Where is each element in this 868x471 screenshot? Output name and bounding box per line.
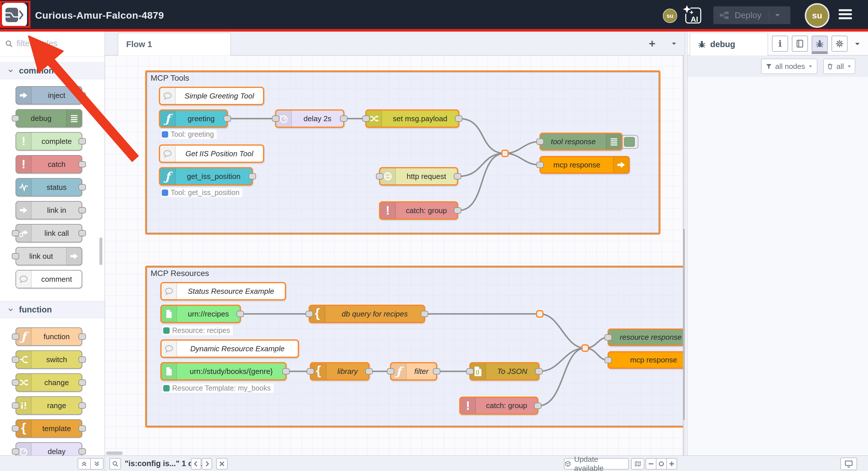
palette-node-status[interactable]: status	[16, 178, 82, 196]
zoom-out-button[interactable]	[646, 458, 656, 470]
node-http-request[interactable]: http request	[379, 167, 458, 186]
node-input-port[interactable]	[604, 334, 612, 341]
node-input-port[interactable]	[12, 253, 19, 259]
flow-canvas[interactable]: MCP Tools MCP Resources Simple Greeting …	[105, 56, 687, 456]
node-input-port[interactable]	[536, 138, 544, 145]
node-comment-status-resource[interactable]: Status Resource Example	[160, 282, 286, 300]
node-output-port[interactable]	[535, 368, 542, 374]
search-close-button[interactable]	[216, 458, 228, 470]
expand-categories-button[interactable]	[90, 458, 103, 470]
palette-search-input[interactable]	[16, 38, 105, 48]
node-input-port[interactable]	[362, 115, 370, 122]
sidebar-tab-debug-button[interactable]	[812, 36, 828, 52]
node-input-port[interactable]	[12, 448, 19, 455]
node-input-port[interactable]	[272, 115, 279, 122]
sidebar-tab-help-button[interactable]	[792, 36, 808, 52]
debug-clear-button[interactable]: all	[823, 59, 855, 74]
palette-node-function[interactable]: ƒ function	[16, 327, 82, 346]
canvas-horizontal-scrollbar-thumb[interactable]	[106, 451, 123, 455]
palette-node-template[interactable]: { template	[16, 419, 82, 438]
search-prev-button[interactable]	[191, 458, 201, 470]
node-output-port[interactable]	[421, 311, 428, 317]
flow-list-caret-button[interactable]	[668, 37, 680, 50]
node-output-port[interactable]	[79, 448, 86, 455]
node-input-port[interactable]	[387, 368, 394, 374]
node-comment-dynamic-resource[interactable]: Dynamic Resource Example	[160, 339, 299, 358]
palette-node-change[interactable]: change	[16, 373, 82, 392]
deploy-dropdown-caret-icon[interactable]	[774, 11, 781, 19]
sidebar-resize-handle[interactable]	[685, 30, 687, 471]
node-input-port[interactable]	[12, 230, 19, 236]
node-output-port[interactable]	[433, 368, 440, 374]
node-urn-recipes[interactable]: urn://recipes	[160, 305, 241, 323]
node-output-port[interactable]	[79, 138, 86, 144]
zoom-in-button[interactable]	[666, 458, 677, 470]
node-output-port[interactable]	[79, 92, 86, 99]
node-output-port[interactable]	[249, 173, 256, 179]
sidebar-tab-debug[interactable]: debug	[690, 33, 768, 56]
palette-category-function[interactable]: function	[0, 301, 104, 318]
node-output-port[interactable]	[79, 379, 86, 386]
junction-tools[interactable]	[501, 149, 509, 157]
node-delay-2s[interactable]: delay 2s	[275, 109, 344, 128]
palette-category-common[interactable]: common	[0, 62, 104, 79]
palette-node-link-call[interactable]: link call	[16, 224, 82, 242]
palette-node-catch[interactable]: ! catch	[16, 155, 82, 173]
deploy-button[interactable]: Deploy	[713, 6, 790, 24]
user-avatar-small[interactable]: su	[663, 9, 677, 23]
palette-search-box[interactable]	[0, 30, 104, 57]
node-to-json[interactable]: To JSON	[469, 362, 539, 380]
navigator-button[interactable]	[631, 458, 644, 470]
node-db-query[interactable]: { db query for recipes	[309, 305, 425, 323]
node-output-port[interactable]	[454, 207, 461, 214]
update-available-button[interactable]: Update available	[564, 458, 629, 470]
node-input-port[interactable]	[12, 425, 19, 432]
node-input-port[interactable]	[12, 402, 19, 409]
palette-scrollbar[interactable]	[99, 237, 102, 265]
node-output-port[interactable]	[79, 357, 86, 363]
node-mcp-response-tools[interactable]: mcp response	[539, 156, 630, 174]
debug-enable-toggle[interactable]	[621, 135, 638, 149]
node-output-port[interactable]	[79, 402, 86, 409]
main-menu-button[interactable]	[839, 9, 852, 21]
node-output-port[interactable]	[79, 184, 86, 191]
palette-node-comment[interactable]: comment	[16, 270, 82, 288]
palette-node-debug[interactable]: debug	[16, 109, 82, 128]
zoom-reset-button[interactable]	[656, 458, 667, 470]
user-avatar-large[interactable]: su	[805, 3, 830, 28]
node-input-port[interactable]	[12, 379, 19, 386]
expand-sidebar-button[interactable]	[840, 458, 857, 470]
palette-node-inject[interactable]: inject	[16, 86, 82, 105]
node-catch-group-tools[interactable]: ! catch: group	[379, 201, 458, 220]
sidebar-menu-caret-icon[interactable]	[854, 40, 861, 48]
node-input-port[interactable]	[12, 357, 19, 363]
node-input-port[interactable]	[376, 173, 383, 179]
node-tool-response[interactable]: tool response	[539, 133, 623, 150]
node-input-port[interactable]	[12, 333, 19, 340]
sidebar-tab-info-button[interactable]: i	[772, 36, 788, 52]
sidebar-tab-config-button[interactable]	[832, 36, 847, 52]
ai-assistant-icon[interactable]: AI	[682, 5, 704, 26]
palette-node-complete[interactable]: ! complete	[16, 132, 82, 150]
tab-flow-1[interactable]: Flow 1	[118, 33, 231, 56]
node-urn-books[interactable]: urn://study/books/{genre}	[160, 362, 286, 380]
node-greeting-tool[interactable]: ƒ greeting	[159, 109, 228, 128]
node-output-port[interactable]	[455, 115, 462, 122]
palette-node-delay[interactable]: delay	[16, 442, 82, 456]
node-filter[interactable]: ƒ filter	[390, 362, 437, 380]
junction-resources-1[interactable]	[536, 310, 544, 317]
node-library[interactable]: { library	[310, 362, 370, 380]
node-output-port[interactable]	[79, 425, 86, 432]
node-comment-get-iss[interactable]: Get IIS Position Tool	[159, 144, 264, 163]
node-input-port[interactable]	[307, 368, 314, 374]
junction-resources-2[interactable]	[582, 344, 589, 352]
node-output-port[interactable]	[237, 311, 244, 317]
node-resource-response[interactable]: resource response	[608, 329, 687, 346]
palette-node-link-out[interactable]: link out	[16, 247, 82, 265]
add-flow-button[interactable]	[646, 37, 658, 50]
node-set-msg-payload[interactable]: set msg.payload	[365, 109, 459, 128]
canvas-search-button[interactable]	[110, 458, 121, 470]
node-output-port[interactable]	[79, 207, 86, 213]
node-input-port[interactable]	[12, 115, 19, 122]
collapse-categories-button[interactable]	[78, 458, 91, 470]
